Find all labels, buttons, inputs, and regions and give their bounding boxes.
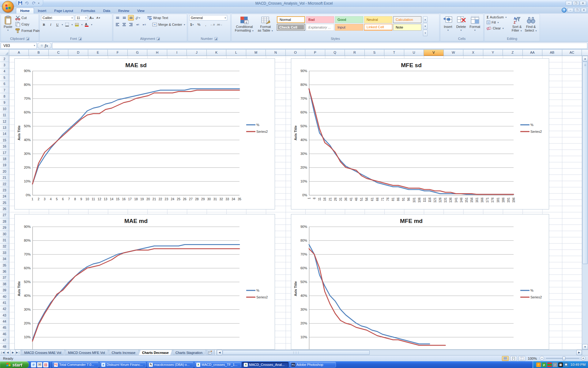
- sheet-tab-charts-decrease[interactable]: Charts Decrease: [139, 350, 172, 355]
- column-header-O[interactable]: O: [286, 50, 305, 56]
- chart-mfe-sd[interactable]: MFE sdAxis Title0%10%20%30%40%50%60%70%8…: [291, 58, 549, 209]
- column-header-N[interactable]: N: [266, 50, 285, 56]
- row-header-21[interactable]: 21: [0, 174, 9, 181]
- row-header-48[interactable]: 48: [0, 343, 9, 350]
- column-header-G[interactable]: G: [128, 50, 147, 56]
- zoom-out-button[interactable]: −: [540, 356, 544, 361]
- row-header-43[interactable]: 43: [0, 312, 9, 318]
- cell-style-good[interactable]: Good: [335, 16, 363, 23]
- row-header-23[interactable]: 23: [0, 187, 9, 193]
- row-header-6[interactable]: 6: [0, 81, 9, 87]
- row-header-40[interactable]: 40: [0, 293, 9, 300]
- conditional-formatting-button[interactable]: ≤ ConditionalFormatting ▼: [233, 15, 256, 36]
- column-header-T[interactable]: T: [384, 50, 404, 56]
- sort-filter-button[interactable]: AZ Sort &Filter ▼: [511, 15, 523, 36]
- number-format-combo[interactable]: General▼: [189, 15, 227, 21]
- cell-style-input[interactable]: Input: [335, 24, 363, 31]
- increase-decimal-button[interactable]: ←.0: [209, 22, 215, 27]
- row-header-35[interactable]: 35: [0, 262, 9, 268]
- tray-monitor-icon[interactable]: ▥: [558, 362, 563, 367]
- decrease-decimal-button[interactable]: .00→: [216, 22, 223, 27]
- office-button[interactable]: [2, 1, 14, 13]
- scroll-up-arrow[interactable]: ▲: [582, 56, 588, 61]
- first-sheet-button[interactable]: ❘◀: [0, 350, 5, 355]
- last-sheet-button[interactable]: ▶❘: [16, 350, 21, 355]
- styles-gallery-expand[interactable]: ⊽: [423, 30, 428, 36]
- restore-button[interactable]: ❐: [573, 1, 579, 6]
- chart-mae-md[interactable]: MAE mdAxis Title0%10%20%30%40%50%60%70%8…: [14, 214, 275, 350]
- tray-scheduler-icon[interactable]: ✱: [564, 362, 568, 367]
- horizontal-scrollbar[interactable]: ◀ ❘❘❘ ▶: [217, 350, 582, 355]
- clear-button[interactable]: Clear▼: [486, 25, 508, 31]
- align-left-button[interactable]: [115, 22, 120, 27]
- tab-split-handle[interactable]: [214, 350, 217, 355]
- cell-style-explanatory-[interactable]: Explanatory ...: [306, 24, 334, 31]
- find-select-button[interactable]: Find &Select ▼: [523, 15, 538, 36]
- ribbon-tab-formulas[interactable]: Formulas: [77, 8, 99, 13]
- cell-style-check-cell[interactable]: Check Cell: [277, 24, 305, 31]
- chart-mae-sd[interactable]: MAE sdAxis Title0%10%20%30%40%50%60%70%8…: [14, 58, 275, 209]
- row-header-29[interactable]: 29: [0, 225, 9, 231]
- taskbar-window-macd-crosses-anal[interactable]: XMACD_Crosses_Anal...: [242, 362, 288, 367]
- redo-button[interactable]: [31, 1, 36, 6]
- delete-cells-button[interactable]: Delete▼: [455, 15, 467, 36]
- taskbar-window-macd-crosses-tf-1[interactable]: XMACD_crosses_TF_1...: [194, 362, 241, 367]
- tray-meter-icon[interactable]: [547, 362, 552, 367]
- zoom-slider-thumb[interactable]: [563, 356, 565, 360]
- page-break-view-button[interactable]: [518, 356, 525, 361]
- row-header-27[interactable]: 27: [0, 212, 9, 218]
- quick-launch-total-commander-icon[interactable]: ▤: [43, 362, 48, 367]
- ribbon-tab-home[interactable]: Home: [16, 8, 34, 13]
- column-header-F[interactable]: F: [108, 50, 127, 56]
- row-header-28[interactable]: 28: [0, 218, 9, 224]
- row-header-39[interactable]: 39: [0, 287, 9, 293]
- page-layout-view-button[interactable]: [510, 356, 517, 361]
- insert-worksheet-button[interactable]: [206, 350, 214, 355]
- column-header-AB[interactable]: AB: [542, 50, 562, 56]
- quick-launch-internet-explorer-icon[interactable]: e: [31, 362, 36, 367]
- column-header-I[interactable]: I: [167, 50, 187, 56]
- row-header-12[interactable]: 12: [0, 118, 9, 125]
- column-header-P[interactable]: P: [305, 50, 325, 56]
- format-as-table-button[interactable]: Formatas Table ▼: [256, 15, 275, 36]
- formula-input[interactable]: [52, 43, 587, 49]
- normal-view-button[interactable]: [502, 356, 509, 361]
- row-header-32[interactable]: 32: [0, 243, 9, 250]
- taskbar-window-total-commander-7-0[interactable]: TCTotal Commander 7.0...: [52, 362, 99, 367]
- select-all-corner[interactable]: [0, 50, 9, 56]
- fill-color-button[interactable]: [74, 22, 80, 27]
- tray-utorrent-icon[interactable]: µ: [542, 362, 546, 367]
- column-header-Y[interactable]: Y: [483, 50, 503, 56]
- row-header-24[interactable]: 24: [0, 194, 9, 200]
- italic-button[interactable]: I: [48, 22, 54, 27]
- grow-font-button[interactable]: A▲: [89, 15, 95, 21]
- column-header-X[interactable]: X: [463, 50, 483, 56]
- row-header-15[interactable]: 15: [0, 137, 9, 143]
- row-header-9[interactable]: 9: [0, 100, 9, 106]
- borders-button[interactable]: [64, 22, 70, 27]
- row-header-4[interactable]: 4: [0, 68, 9, 75]
- shrink-font-button[interactable]: A▼: [96, 15, 101, 21]
- column-header-S[interactable]: S: [365, 50, 384, 56]
- vertical-scrollbar[interactable]: ▲ ▼: [582, 56, 588, 350]
- chart-mfe-md[interactable]: MFE mdAxis Title0%10%20%30%40%50%60%70%8…: [291, 214, 549, 350]
- scroll-left-arrow[interactable]: ◀: [217, 350, 222, 355]
- scroll-right-arrow[interactable]: ▶: [576, 350, 582, 355]
- workbook-restore-button[interactable]: ❐: [574, 8, 580, 12]
- row-header-7[interactable]: 7: [0, 87, 9, 93]
- taskbar-window-adobe-photoshop[interactable]: PsAdobe Photoshop: [289, 362, 336, 367]
- bottom-align-button[interactable]: [128, 15, 134, 21]
- sheet-tab-charts-stagnation[interactable]: Charts Stagnation: [172, 350, 206, 355]
- column-header-J[interactable]: J: [187, 50, 206, 56]
- row-header-14[interactable]: 14: [0, 131, 9, 137]
- row-header-22[interactable]: 22: [0, 181, 9, 187]
- row-header-44[interactable]: 44: [0, 318, 9, 324]
- column-header-D[interactable]: D: [68, 50, 88, 56]
- orientation-button[interactable]: ab▼: [135, 15, 141, 21]
- row-header-34[interactable]: 34: [0, 256, 9, 262]
- column-header-Q[interactable]: Q: [325, 50, 345, 56]
- styles-scroll-up[interactable]: ▲: [423, 16, 428, 23]
- bold-button[interactable]: B: [41, 22, 47, 27]
- row-header-45[interactable]: 45: [0, 325, 9, 331]
- row-header-5[interactable]: 5: [0, 75, 9, 81]
